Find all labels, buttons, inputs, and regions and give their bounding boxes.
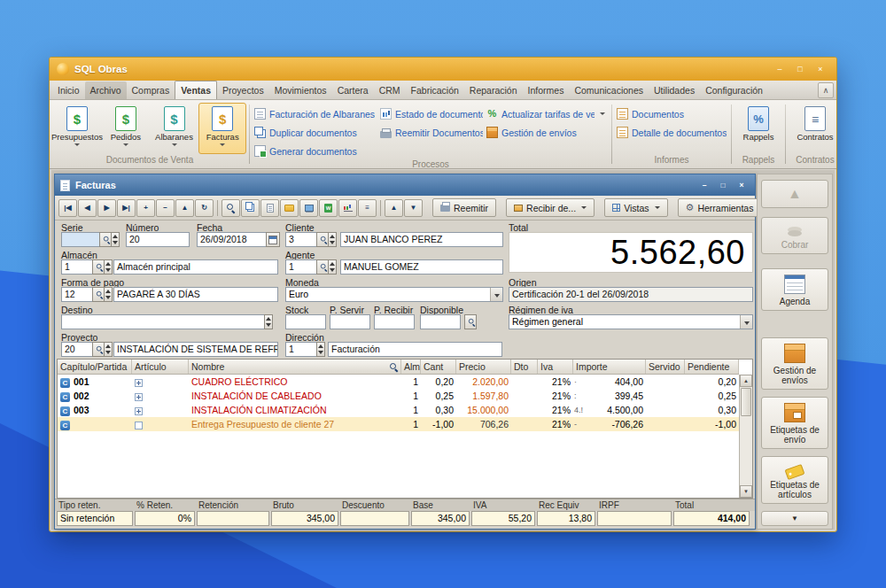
column-header-nombre[interactable]: Nombre (189, 360, 401, 374)
contratos-button[interactable]: Contratos (791, 103, 839, 154)
table-row[interactable]: C003INSTALACIÓN CLIMATIZACIÓN10,3015.000… (58, 403, 739, 417)
scroll-down-button[interactable]: ▼ (740, 485, 752, 498)
cliente-spinner[interactable] (328, 232, 337, 247)
checkbox-icon[interactable] (135, 422, 143, 429)
scroll-up-button[interactable]: ▲ (740, 375, 752, 387)
agente-search-button[interactable] (316, 259, 329, 275)
estado-de-documentos-button[interactable]: Estado de documentos (378, 106, 485, 121)
agenda-button[interactable]: Agenda (761, 268, 828, 311)
column-header-precio[interactable]: Precio (456, 360, 511, 374)
almacen-name-field[interactable]: Almacén principal (113, 259, 278, 275)
ribbon-tab-reparacion[interactable]: Reparación (464, 81, 523, 99)
almacen-spinner[interactable] (104, 259, 113, 275)
refresh-button[interactable]: ↻ (195, 199, 214, 217)
almacen-code-input[interactable]: 1 (61, 259, 93, 275)
scroll-thumb[interactable] (741, 388, 751, 416)
expand-icon[interactable] (135, 393, 143, 401)
ribbon-tab-movimientos[interactable]: Movimientos (269, 81, 332, 99)
proyecto-name-field[interactable]: INSTALACIÓN DE SISTEMA DE REFRIGERACIÓ (113, 342, 278, 357)
rappels-button[interactable]: Rappels (734, 103, 782, 154)
table-scrollbar[interactable]: ▲ ▼ (739, 375, 752, 498)
duplicar-documentos-button[interactable]: Duplicar documentos (253, 125, 378, 140)
panel-more-button[interactable]: ▼ (761, 511, 828, 526)
ribbon-tab-ventas[interactable]: Ventas (175, 81, 217, 99)
column-header-iva[interactable]: Iva (538, 360, 573, 374)
ribbon-tab-fabricacion[interactable]: Fabricación (406, 81, 464, 99)
delete-record-button[interactable]: − (156, 199, 175, 217)
actualizar-tarifas-de-venta-button[interactable]: Actualizar tarifas de venta (485, 106, 607, 121)
agente-code-input[interactable]: 1 (285, 259, 317, 275)
column-header-pendiente[interactable]: Pendiente (685, 360, 739, 374)
fecha-calendar-button[interactable] (266, 232, 280, 247)
proyecto-spinner[interactable] (104, 342, 113, 357)
nav-prev-button[interactable]: ◀ (78, 199, 97, 217)
facturas-titlebar[interactable]: Facturas – □ × (55, 174, 755, 196)
agente-spinner[interactable] (328, 259, 337, 275)
stock-field[interactable] (285, 314, 326, 329)
maximize-button[interactable]: □ (791, 63, 809, 76)
gestion-de-envios-button[interactable]: Gestión de envíos (485, 125, 607, 140)
proyecto-search-button[interactable] (92, 342, 105, 357)
almacen-search-button[interactable] (92, 259, 105, 275)
ribbon-tab-comunicaciones[interactable]: Comunicaciones (569, 81, 649, 99)
nav-last-button[interactable]: ▶| (117, 199, 136, 217)
pedidos-button[interactable]: Pedidos (102, 103, 150, 154)
ribbon-tab-informes[interactable]: Informes (523, 81, 570, 99)
forma-pago-spinner[interactable] (104, 287, 113, 302)
move-down-button[interactable]: ▼ (404, 199, 423, 217)
destino-spinner[interactable] (264, 314, 273, 329)
serie-spinner[interactable] (111, 232, 120, 247)
serie-search-button[interactable] (99, 232, 112, 247)
generar-documentos-button[interactable]: Generar documentos (253, 143, 378, 159)
app-titlebar[interactable]: SQL Obras – □ × (50, 58, 836, 81)
direccion-code-input[interactable]: 1 (285, 342, 317, 357)
statistics-button[interactable] (338, 199, 357, 217)
gestion-envios-button[interactable]: Gestión de envíos (761, 337, 828, 390)
presupuestos-button[interactable]: Presupuestos (53, 103, 101, 154)
search-button[interactable] (222, 199, 240, 217)
list-button[interactable]: ≡ (358, 199, 377, 217)
ribbon-tab-crm[interactable]: CRM (374, 81, 406, 99)
column-header-alm[interactable]: Alm (401, 360, 421, 374)
table-row[interactable]: CEntrega Presupuesto de cliente 271-1,00… (58, 417, 739, 431)
forma-pago-search-button[interactable] (92, 287, 105, 302)
forma-pago-name-field[interactable]: PAGARÉ A 30 DÍAS (113, 287, 278, 302)
nav-next-button[interactable]: ▶ (97, 199, 116, 217)
p-recibir-field[interactable] (374, 314, 415, 329)
copy-button[interactable] (241, 199, 260, 217)
albaranes-button[interactable]: Albaranes (151, 103, 198, 154)
ribbon-tab-configuracion[interactable]: Configuración (700, 81, 768, 99)
etiquetas-envio-button[interactable]: Etiquetas de envío (761, 397, 828, 449)
direccion-name-field[interactable]: Facturación (328, 342, 502, 357)
column-header-dto[interactable]: Dto (511, 360, 538, 374)
recibir-de-button[interactable]: Recibir de... (506, 198, 595, 217)
etiquetas-articulos-button[interactable]: Etiquetas de artículos (761, 456, 828, 504)
minimize-button[interactable]: – (771, 63, 789, 76)
destino-input[interactable] (61, 314, 265, 329)
expand-icon[interactable] (135, 407, 143, 415)
facturas-maximize-button[interactable]: □ (715, 179, 731, 191)
column-header-articulo[interactable]: Artículo (132, 360, 189, 374)
agente-name-field[interactable]: MANUEL GOMEZ (340, 259, 503, 275)
table-row[interactable]: C001CUADRO ELÉCTRICO10,202.020,0021%·404… (58, 375, 739, 389)
cliente-code-input[interactable]: 3 (285, 232, 317, 247)
forma-pago-code-input[interactable]: 12 (61, 287, 93, 302)
facturacion-de-albaranes-button[interactable]: Facturación de Albaranes (253, 106, 378, 121)
fecha-input[interactable]: 26/09/2018 (197, 232, 267, 247)
origen-field[interactable]: Certificación 20-1 del 26/09/2018 (509, 287, 753, 302)
cliente-name-field[interactable]: JUAN BLANCO PEREZ (340, 232, 503, 247)
detalle-de-documentos-button[interactable]: Detalle de documentos (615, 125, 728, 140)
ribbon-tab-utilidades[interactable]: Utilidades (649, 81, 700, 99)
ribbon-collapse-button[interactable]: ∧ (818, 82, 834, 98)
close-button[interactable]: × (812, 63, 829, 76)
reemitir-documentos-button[interactable]: Reemitir Documentos (378, 125, 485, 140)
cliente-search-button[interactable] (316, 232, 329, 247)
stock-search-button[interactable] (464, 314, 477, 329)
ribbon-tab-compras[interactable]: Compras (127, 81, 175, 99)
preview-button[interactable] (299, 199, 318, 217)
column-header-capitulo-partida[interactable]: Capítulo/Partida (58, 360, 132, 374)
folder-button[interactable] (280, 199, 299, 217)
facturas-minimize-button[interactable]: – (696, 179, 712, 191)
serie-input[interactable] (61, 232, 100, 247)
table-row[interactable]: C002INSTALACIÓN DE CABLEADO10,251.597,80… (58, 389, 739, 403)
